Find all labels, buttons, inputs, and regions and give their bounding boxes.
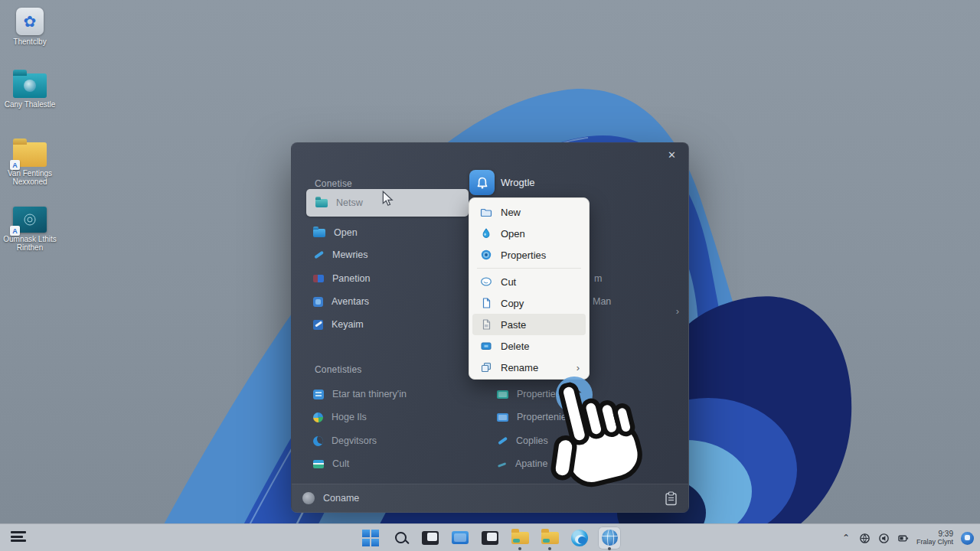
menu-item-label: Paste bbox=[501, 319, 526, 331]
dialog-item-label: Netsw bbox=[336, 197, 363, 208]
file-explorer-icon[interactable] bbox=[419, 527, 442, 549]
dialog-item-label: Cult bbox=[332, 458, 349, 469]
square-icon bbox=[313, 297, 323, 307]
popup-title: Wrogtle bbox=[501, 177, 535, 188]
dialog-item-etar[interactable]: Etar tan thinery'in bbox=[313, 384, 407, 404]
sphere-icon bbox=[480, 249, 492, 261]
droplet-icon bbox=[480, 227, 492, 240]
ellipse-icon bbox=[480, 276, 492, 288]
running-indicator bbox=[548, 547, 551, 550]
dialog-item-label: Keyaim bbox=[332, 319, 364, 330]
two-tone-icon bbox=[313, 275, 324, 282]
wrogtle-app-icon[interactable] bbox=[469, 170, 495, 195]
bars-icon bbox=[313, 390, 324, 399]
desktop-icon-cany-thalestle[interactable]: Cany Thalestle bbox=[3, 73, 57, 109]
menu-item-new[interactable]: New bbox=[472, 201, 586, 223]
desktop-icon-label: Cany Thalestle bbox=[5, 100, 56, 109]
dialog-item-label: Mewries bbox=[332, 249, 368, 260]
notification-bell-icon[interactable] bbox=[961, 532, 974, 545]
pencil-icon bbox=[497, 435, 508, 446]
menu-item-copy[interactable]: Copy bbox=[472, 292, 586, 314]
battery-icon[interactable] bbox=[897, 533, 909, 544]
menu-item-label: New bbox=[501, 207, 521, 218]
stripes-icon bbox=[313, 460, 324, 468]
menu-item-label: Delete bbox=[501, 341, 530, 352]
footer-label[interactable]: Coname bbox=[323, 493, 359, 504]
desktop-icon-van-fentings[interactable]: A Van FentingsNexxoned bbox=[3, 142, 57, 186]
menu-item-label: Copy bbox=[501, 298, 524, 309]
key-square-icon bbox=[313, 320, 323, 330]
page-fold-icon bbox=[480, 318, 492, 331]
start-windows-icon[interactable] bbox=[359, 527, 382, 549]
flower-app-icon: ✿ bbox=[16, 8, 44, 35]
teal-screen-icon bbox=[497, 390, 508, 399]
blue-app-icon[interactable] bbox=[449, 527, 472, 549]
clock-time: 9:39 bbox=[916, 530, 953, 538]
search-icon[interactable] bbox=[389, 527, 412, 549]
menu-separator bbox=[477, 268, 581, 269]
hidden-icons-chevron[interactable]: ⌃ bbox=[841, 533, 851, 543]
desktop-icon-thentclby[interactable]: ✿ Thentclby bbox=[3, 8, 57, 46]
file-explorer-2-icon[interactable] bbox=[479, 527, 501, 549]
section-title: Conetise bbox=[315, 178, 352, 189]
chevron-right-icon: › bbox=[577, 362, 580, 373]
a-badge-icon: A bbox=[10, 160, 20, 170]
desktop-icon-label: Van FentingsNexxoned bbox=[8, 169, 52, 186]
globe-browser-icon[interactable] bbox=[598, 527, 621, 549]
menu-item-properties[interactable]: Properties bbox=[472, 244, 586, 266]
overlap-windows-icon bbox=[480, 361, 492, 373]
section-title: Conetisties bbox=[315, 364, 362, 375]
dialog-item-degvitsors[interactable]: Degvitsors bbox=[313, 431, 377, 451]
chevron-right-icon: › bbox=[676, 305, 679, 317]
screen-app-icon: A bbox=[13, 207, 47, 233]
dialog-item-label: Aventars bbox=[332, 296, 369, 307]
desktop-icon-label: Oumnask LthitsRinthen bbox=[3, 235, 56, 252]
desktop-icon-oumnask[interactable]: A Oumnask LthitsRinthen bbox=[3, 207, 57, 252]
blue-screen-icon bbox=[497, 413, 508, 422]
dialog-footer: Coname bbox=[292, 484, 688, 512]
yellow-folder-icon: A bbox=[13, 142, 47, 167]
context-menu: New Open Properties Cut Copy bbox=[469, 197, 590, 380]
clipboard-icon[interactable] bbox=[665, 491, 678, 506]
folder-icon bbox=[480, 206, 492, 218]
edge-browser-icon[interactable] bbox=[568, 527, 591, 549]
occluded-item-fragment: m bbox=[594, 273, 602, 284]
yellow-folder-icon[interactable] bbox=[508, 527, 531, 549]
blue-rect-icon bbox=[480, 340, 492, 352]
menu-item-label: Cut bbox=[501, 276, 516, 288]
dialog-item-label: Hoge Ils bbox=[332, 412, 367, 422]
running-indicator bbox=[518, 547, 521, 550]
yellow-folder-2-icon[interactable] bbox=[538, 527, 561, 549]
coname-icon bbox=[302, 492, 315, 504]
menu-item-paste[interactable]: Paste bbox=[472, 314, 586, 335]
dialog-item-label: Panetion bbox=[332, 273, 370, 284]
task-list-icon[interactable] bbox=[11, 531, 26, 543]
menu-item-rename[interactable]: Rename › bbox=[472, 357, 586, 378]
wave-icon bbox=[497, 459, 507, 469]
menu-item-label: Properties bbox=[501, 249, 546, 261]
mouse-cursor-small bbox=[382, 191, 394, 210]
occluded-item-fragment: Man bbox=[593, 296, 611, 307]
menu-item-delete[interactable]: Delete bbox=[472, 335, 586, 357]
moon-icon bbox=[313, 436, 323, 446]
taskbar: ⌃ 9:39 Fralay Clynt bbox=[0, 523, 980, 551]
pinwheel-icon bbox=[313, 412, 323, 422]
dialog-item-label: Etar tan thinery'in bbox=[332, 389, 407, 399]
teal-folder-icon bbox=[315, 199, 328, 207]
dialog-item-label: Degvitsors bbox=[332, 435, 377, 446]
close-icon[interactable]: ✕ bbox=[663, 148, 681, 162]
dialog-item-cult[interactable]: Cult bbox=[313, 454, 349, 474]
running-indicator bbox=[608, 547, 611, 550]
a-badge-icon: A bbox=[10, 226, 20, 236]
page-icon bbox=[480, 297, 492, 309]
taskbar-clock[interactable]: 9:39 Fralay Clynt bbox=[916, 530, 953, 546]
desktop-icon-label: Thentclby bbox=[13, 37, 46, 46]
network-icon[interactable] bbox=[859, 533, 871, 544]
dialog-item-hoge[interactable]: Hoge Ils bbox=[313, 407, 367, 427]
dialog-item-label: Open bbox=[334, 227, 358, 238]
menu-item-label: Rename bbox=[501, 362, 538, 373]
menu-item-cut[interactable]: Cut bbox=[472, 271, 586, 292]
menu-item-label: Open bbox=[501, 228, 525, 240]
menu-item-open[interactable]: Open bbox=[472, 223, 586, 244]
volume-icon[interactable] bbox=[878, 533, 890, 544]
